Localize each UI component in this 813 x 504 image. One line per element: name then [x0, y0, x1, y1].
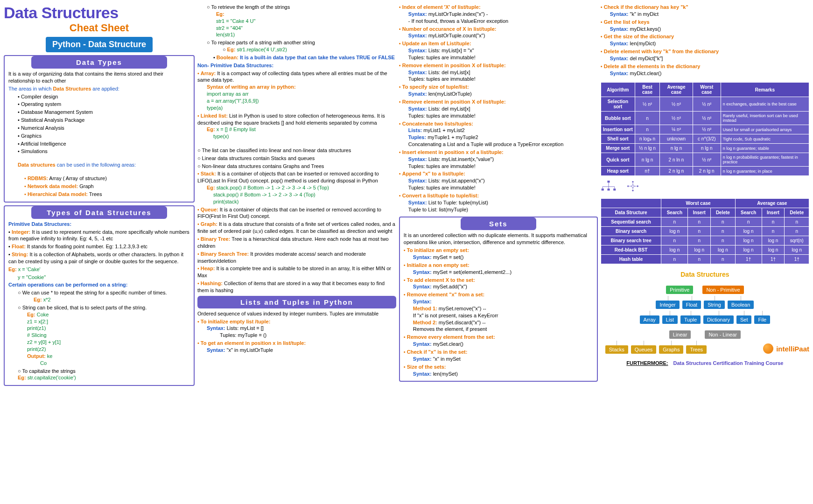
svg-point-12: [632, 181, 633, 182]
t2-cell: log n: [688, 245, 711, 255]
t1-cell: ½ n²: [635, 97, 659, 112]
t1-cell: ½ n²: [693, 153, 721, 167]
op-len: To retrieve the length of the strings Eg…: [207, 4, 396, 38]
ll-line-2: type(x): [213, 133, 396, 140]
t2-header: Insert: [688, 208, 711, 217]
t2-cell: 1†: [735, 255, 762, 264]
t2-cell: n: [661, 236, 688, 245]
t1-header: Algorithm: [601, 83, 635, 97]
svg-point-13: [632, 190, 633, 191]
np-binary-tree: Binary Tree: Tree is a hierarchical data…: [197, 236, 396, 250]
furthermore-link[interactable]: Data Structures Certification Training C…: [673, 360, 784, 366]
dict-op: Get the list of keysSyntax: myDict.keys(…: [601, 19, 809, 33]
len-code-line: str2 = "404": [216, 25, 396, 32]
t2-cell: n: [735, 217, 762, 227]
svg-rect-1: [601, 189, 603, 191]
t1-cell: Rarely useful, Insertion sort can be use…: [721, 112, 809, 125]
area-item: • Simulations: [18, 148, 190, 155]
primitive-item: • Float: It stands for floating point nu…: [8, 243, 190, 250]
t2-header: Search: [735, 208, 762, 217]
area-item: • Graphics: [18, 133, 190, 140]
lists-tuples-header: Lists and Tuples in Python: [197, 296, 396, 308]
t1-header: Average case: [660, 83, 693, 97]
logo: intelliPaat: [763, 343, 809, 354]
t1-cell: n log n guarantee; stable: [721, 144, 809, 153]
furthermore: FURTHERMORE: Data Structures Certificati…: [601, 360, 809, 366]
area-item: • Database Management System: [18, 109, 190, 116]
tree-nonprimitive: Non - Primitive: [702, 286, 743, 294]
dict-op: Delete all the elements in the dictionar…: [601, 63, 809, 77]
sets-header: Sets: [461, 217, 536, 230]
t1-cell: Shell sort: [601, 134, 635, 144]
op-capitalize: To capitalize the strings Eg: str.capita…: [18, 368, 190, 382]
t1-cell: c n^(3/2): [693, 134, 721, 144]
t2-cell: Binary search tree: [601, 236, 661, 245]
tree-node: Set: [736, 315, 752, 324]
model-item: • Network data model: Graph: [24, 183, 190, 190]
slice-code-line: print(z1): [27, 325, 190, 332]
svg-point-11: [637, 186, 638, 187]
t1-cell: Heap sort: [601, 167, 635, 176]
slice-code-line: z2 = y[0] + y[1]: [27, 339, 190, 346]
slice-code-line: z1 = x[2:]: [27, 318, 190, 325]
t2-cell: log n: [762, 236, 785, 245]
logo-icon: [763, 343, 773, 354]
lt-init-tuple: Tuples: myTuple = (): [220, 332, 396, 339]
list-tuple-op: Remove element in position X of list/tup…: [399, 62, 598, 83]
t2-cell: n: [785, 227, 809, 236]
t1-cell: Selection sort: [601, 97, 635, 112]
lt-intro: Ordered sequence of values indexed by in…: [197, 310, 396, 317]
len-code-line: len(str1): [216, 31, 396, 38]
data-types-header: Data Types: [31, 56, 168, 69]
stack-line-2: stack.pop() # Bottom -> 1 -> 2 -> 3 -> 4…: [213, 191, 396, 198]
t2-cell: 1†: [762, 255, 785, 264]
list-tuple-op: Number of occurance of X in list/tuple:S…: [399, 26, 598, 40]
t2-cell: log n: [661, 245, 688, 255]
ll-classify-item: ○ Non-linear data structures contains Gr…: [197, 163, 396, 170]
stack-line-3: print(stack): [213, 198, 396, 205]
areas-applied-label: The areas in which Data Structures are a…: [8, 85, 190, 92]
t2-cell: n: [711, 217, 736, 227]
python-badge: Python - Data Structure: [46, 37, 153, 52]
eg-string-x: Eg: x = 'Cake': [8, 266, 190, 273]
t1-cell: Bubble sort: [601, 112, 635, 125]
sets-intro: It is an unordered collection with no du…: [404, 232, 593, 246]
set-op: Check if "x" is in the set:Syntax: "x" i…: [404, 349, 593, 363]
t2-cell: Binary search: [601, 227, 661, 236]
tree-node: String: [704, 301, 725, 309]
tree-icon: [601, 181, 617, 192]
t1-cell: Merge sort: [601, 144, 635, 153]
list-tuple-op: Insert element in position x of a list/t…: [399, 149, 598, 170]
used-label: Data structures can be used in the follo…: [18, 161, 190, 168]
t1-cell: 2 n lg n: [660, 167, 693, 176]
tree-linear: Linear: [669, 330, 691, 339]
tree-node: Array: [640, 315, 659, 324]
list-tuple-op: Update an item of List/tuple:Syntax: Lis…: [399, 40, 598, 61]
list-tuple-op: Index of element 'X' of list/tuple:Synta…: [399, 4, 598, 25]
tree-node: Tuple: [680, 315, 701, 324]
area-item: • Operating system: [18, 101, 190, 108]
ll-classify-item: ○ Linear data structures contain Stacks …: [197, 155, 396, 162]
op-repeat: We can use * to repeat the string for a …: [18, 289, 190, 303]
area-item: • Numerical Analysis: [18, 125, 190, 132]
t1-cell: unknown: [660, 134, 693, 144]
t2-header: Insert: [762, 208, 785, 217]
sort-complexity-table: AlgorithmBest caseAverage caseWorst case…: [601, 82, 809, 176]
np-linked-list: Linked list: List in Python is used to s…: [197, 112, 396, 170]
set-op: To initialize an empty set:Syntax: mySet…: [404, 247, 593, 261]
tree-node: Dictionary: [703, 315, 734, 324]
logo-text: intelliPaat: [776, 345, 809, 353]
t1-cell: ½ n²: [693, 125, 721, 134]
t2-cell: log n: [711, 245, 736, 255]
boolean-item: • Boolean: It is a built-in data type th…: [213, 54, 396, 61]
t1-cell: ½ n lg n: [635, 144, 659, 153]
array-code-line: a = arr.array("I",[3,6,9]): [207, 98, 396, 105]
t1-cell: Tight code, Sub quadratic: [721, 134, 809, 144]
t2-cell: Sequential search: [601, 217, 661, 227]
subtitle: Cheat Sheet: [4, 22, 195, 34]
tree-node: Boolean: [728, 301, 754, 309]
t1-cell: ½ n²: [693, 112, 721, 125]
t2-cell: n: [762, 217, 785, 227]
list-tuple-op: Concatenate two lists/tuples:Lists: myLi…: [399, 120, 598, 148]
t2-cell: n: [661, 255, 688, 264]
